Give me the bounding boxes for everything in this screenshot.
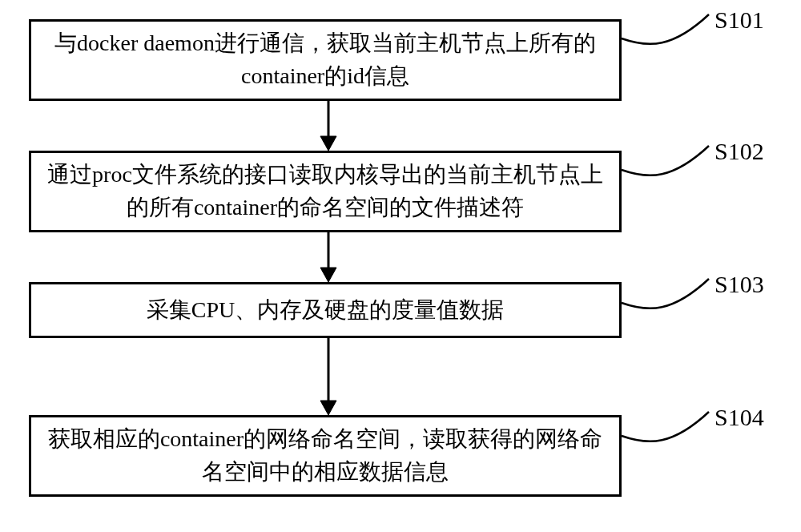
flow-step-text: 与docker daemon进行通信，获取当前主机节点上所有的container… [47,27,603,92]
svg-marker-1 [320,136,336,151]
arrow-s103-s104 [304,338,352,418]
flow-step-text: 获取相应的container的网络命名空间，读取获得的网络命名空间中的相应数据信… [47,423,603,488]
flow-step-s101: 与docker daemon进行通信，获取当前主机节点上所有的container… [29,19,622,101]
flow-step-s103: 采集CPU、内存及硬盘的度量值数据 [29,282,622,338]
leader-line-s104 [617,397,729,461]
svg-marker-5 [320,401,336,415]
step-label-s101: S101 [714,6,764,34]
step-label-s104: S104 [714,404,764,431]
arrow-s101-s102 [304,101,352,154]
flowchart-canvas: 与docker daemon进行通信，获取当前主机节点上所有的container… [0,0,801,532]
flow-step-s104: 获取相应的container的网络命名空间，读取获得的网络命名空间中的相应数据信… [29,415,622,497]
step-label-s103: S103 [714,271,764,298]
flow-step-text: 通过proc文件系统的接口读取内核导出的当前主机节点上的所有container的… [47,159,603,224]
leader-line-s102 [617,131,729,195]
flow-step-s102: 通过proc文件系统的接口读取内核导出的当前主机节点上的所有container的… [29,151,622,232]
flow-step-text: 采集CPU、内存及硬盘的度量值数据 [147,294,504,327]
arrow-s102-s103 [304,232,352,285]
step-label-s102: S102 [714,138,764,165]
svg-marker-3 [320,268,336,282]
leader-line-s103 [617,264,729,328]
leader-line-s101 [617,0,729,64]
